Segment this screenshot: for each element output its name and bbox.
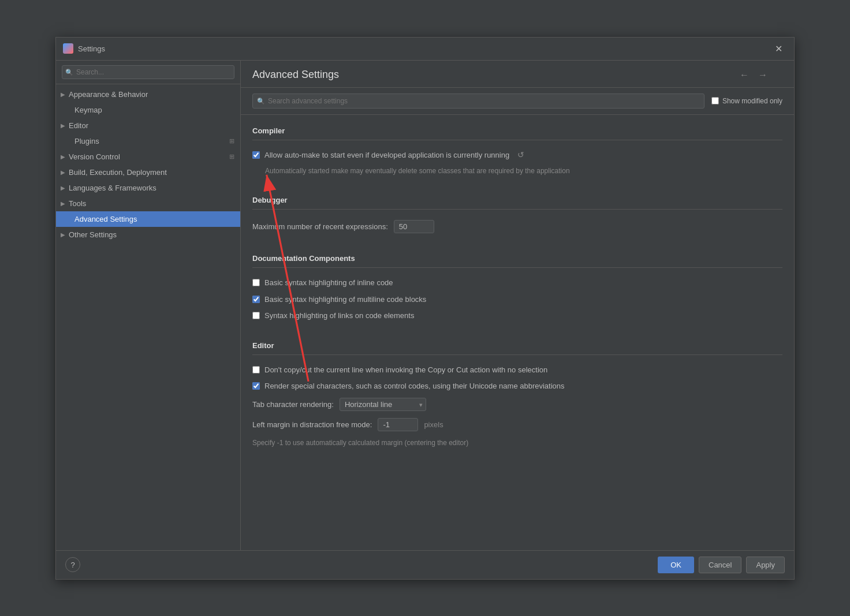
compiler-section: Compiler Allow auto-make to start even i… [252, 121, 782, 179]
auto-make-desc: Automatically started make may eventuall… [252, 165, 570, 176]
documentation-section: Documentation Components Basic syntax hi… [252, 248, 782, 324]
help-button[interactable]: ? [65, 557, 80, 572]
sidebar-item-label: Plugins [74, 137, 229, 145]
editor-section-title: Editor [252, 335, 782, 355]
sidebar-item-label: Advanced Settings [74, 215, 234, 223]
no-copy-label: Don't copy/cut the current line when inv… [264, 365, 547, 375]
tab-rendering-select[interactable]: Horizontal line Arrow None [340, 398, 426, 411]
sidebar-search-icon: 🔍 [65, 68, 73, 76]
max-expressions-label: Maximum number of recent expressions: [252, 222, 388, 231]
sidebar-item-label: Languages & Frameworks [69, 184, 234, 192]
sidebar-item-label: Version Control [69, 152, 229, 161]
sidebar-item-appearance[interactable]: ▶ Appearance & Behavior [56, 87, 240, 102]
basic-inline-checkbox[interactable] [252, 279, 260, 286]
debugger-section: Debugger Maximum number of recent expres… [252, 190, 782, 237]
search-icon: 🔍 [257, 97, 265, 104]
sidebar-item-build[interactable]: ▶ Build, Execution, Deployment [56, 165, 240, 180]
annotation-arrow [241, 115, 794, 550]
no-copy-setting: Don't copy/cut the current line when inv… [252, 362, 782, 378]
expand-arrow-icon: ▶ [61, 91, 65, 98]
left-margin-input[interactable] [378, 418, 418, 431]
syntax-links-checkbox[interactable] [252, 312, 260, 319]
content-area: 🔍 ▶ Appearance & Behavior Keymap ▶ Edito… [56, 61, 794, 550]
ok-button[interactable]: OK [658, 557, 694, 573]
max-expressions-row: Maximum number of recent expressions: [252, 216, 782, 237]
expand-arrow-icon: ▶ [61, 232, 65, 238]
show-modified-checkbox[interactable] [711, 97, 719, 104]
show-modified-label[interactable]: Show modified only [711, 97, 782, 105]
max-expressions-input[interactable] [394, 220, 434, 233]
expand-arrow-icon: ▶ [61, 200, 65, 207]
sidebar-item-label: Appearance & Behavior [69, 90, 234, 99]
auto-make-label: Allow auto-make to start even if develop… [264, 150, 509, 160]
documentation-section-title: Documentation Components [252, 248, 782, 268]
apply-button[interactable]: Apply [746, 557, 785, 573]
expand-arrow-icon: ▶ [61, 185, 65, 191]
expand-arrow-icon: ▶ [61, 169, 65, 176]
left-margin-label: Left margin in distraction free mode: [252, 420, 372, 429]
settings-window: Settings ✕ 🔍 ▶ Appearance & Behavior Key… [55, 37, 795, 580]
sidebar-item-label: Tools [69, 199, 234, 208]
sidebar-item-label: Build, Execution, Deployment [69, 168, 234, 177]
sidebar-item-plugins[interactable]: Plugins ⊞ [56, 133, 240, 149]
vc-icon: ⊞ [229, 153, 234, 160]
cancel-button[interactable]: Cancel [699, 557, 741, 573]
pixels-label: pixels [424, 420, 443, 429]
sidebar-item-label: Editor [69, 121, 234, 130]
sidebar-item-version-control[interactable]: ▶ Version Control ⊞ [56, 149, 240, 165]
panel-content: Compiler Allow auto-make to start even i… [241, 115, 794, 550]
app-icon [63, 43, 73, 54]
auto-make-checkbox[interactable] [252, 151, 260, 159]
compiler-section-title: Compiler [252, 121, 782, 140]
basic-multiline-checkbox[interactable] [252, 296, 260, 303]
syntax-links-setting: Syntax highlighting of links on code ele… [252, 308, 782, 324]
sidebar-search-area: 🔍 [56, 61, 240, 84]
tab-rendering-label: Tab character rendering: [252, 400, 334, 409]
auto-make-setting: Allow auto-make to start even if develop… [252, 147, 782, 179]
sidebar-item-label: Keymap [74, 106, 234, 114]
editor-section: Editor Don't copy/cut the current line w… [252, 335, 782, 448]
plugin-icon: ⊞ [229, 137, 234, 145]
main-panel: Advanced Settings ← → 🔍 Show modified on… [241, 61, 794, 550]
no-copy-checkbox[interactable] [252, 366, 260, 374]
render-special-checkbox[interactable] [252, 382, 260, 390]
sidebar-search-input[interactable] [62, 65, 234, 79]
panel-nav-buttons: ← → [736, 69, 771, 81]
basic-inline-setting: Basic syntax highlighting of inline code [252, 275, 782, 291]
left-margin-desc: Specify -1 to use automatically calculat… [252, 437, 782, 448]
search-bar-area: 🔍 Show modified only [241, 88, 794, 115]
back-button[interactable]: ← [736, 69, 752, 81]
debugger-section-title: Debugger [252, 190, 782, 210]
expand-arrow-icon: ▶ [61, 154, 65, 160]
sidebar-item-editor[interactable]: ▶ Editor [56, 118, 240, 133]
search-bar-wrap: 🔍 [252, 94, 704, 109]
sidebar-item-label: Other Settings [69, 230, 234, 239]
titlebar: Settings ✕ [56, 38, 794, 61]
panel-title: Advanced Settings [252, 69, 339, 81]
syntax-links-label: Syntax highlighting of links on code ele… [264, 311, 414, 321]
footer: ? OK Cancel Apply [56, 550, 794, 579]
footer-actions: OK Cancel Apply [658, 557, 785, 573]
sidebar-item-tools[interactable]: ▶ Tools [56, 196, 240, 211]
basic-multiline-label: Basic syntax highlighting of multiline c… [264, 294, 426, 305]
sidebar-item-advanced-settings[interactable]: Advanced Settings [56, 211, 240, 227]
expand-arrow-icon: ▶ [61, 122, 65, 129]
render-special-setting: Render special characters, such as contr… [252, 378, 782, 394]
show-modified-text: Show modified only [722, 97, 782, 105]
tab-rendering-select-wrap: Horizontal line Arrow None [340, 398, 426, 411]
left-margin-row: Left margin in distraction free mode: pi… [252, 415, 782, 435]
advanced-search-input[interactable] [252, 94, 704, 109]
panel-header: Advanced Settings ← → [241, 61, 794, 88]
basic-inline-label: Basic syntax highlighting of inline code [264, 278, 393, 288]
sidebar: 🔍 ▶ Appearance & Behavior Keymap ▶ Edito… [56, 61, 241, 550]
tab-rendering-row: Tab character rendering: Horizontal line… [252, 394, 782, 415]
forward-button[interactable]: → [755, 69, 771, 81]
sidebar-nav: ▶ Appearance & Behavior Keymap ▶ Editor … [56, 84, 240, 550]
window-title: Settings [78, 44, 770, 53]
reset-icon[interactable]: ↺ [517, 150, 524, 159]
render-special-label: Render special characters, such as contr… [264, 381, 565, 391]
sidebar-item-keymap[interactable]: Keymap [56, 102, 240, 118]
close-button[interactable]: ✕ [770, 41, 787, 57]
sidebar-item-other-settings[interactable]: ▶ Other Settings [56, 227, 240, 242]
sidebar-item-languages[interactable]: ▶ Languages & Frameworks [56, 180, 240, 196]
